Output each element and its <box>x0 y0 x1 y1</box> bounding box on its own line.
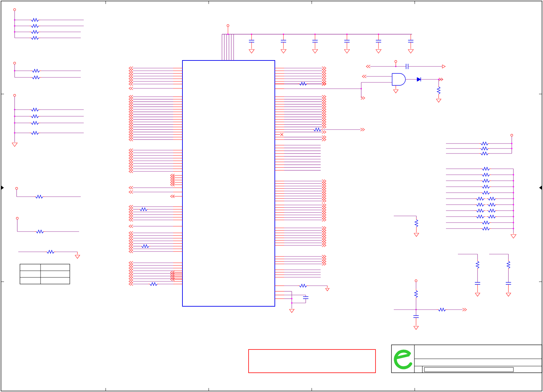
resistor <box>482 221 489 224</box>
chevron-connector <box>131 245 133 248</box>
resistor <box>36 230 44 233</box>
chevron-connector <box>131 234 133 237</box>
chevron-connector <box>131 242 133 245</box>
chevron-connector <box>131 208 133 211</box>
chevron-connector <box>131 77 133 80</box>
resistor <box>299 82 307 85</box>
resistor <box>415 290 418 298</box>
junction-dot <box>291 302 292 304</box>
chevron-connector <box>131 247 133 250</box>
company-logo-bar <box>397 355 408 358</box>
and-gate <box>392 73 405 85</box>
ground-symbol <box>281 49 286 53</box>
chevron-connector <box>131 264 133 267</box>
frame-arrow <box>1 186 4 190</box>
chevron-connector <box>131 250 133 253</box>
connector-pin <box>16 187 18 189</box>
resistor <box>482 173 489 176</box>
chevron-connector <box>131 272 133 275</box>
resistor <box>142 245 149 248</box>
table <box>20 264 70 284</box>
chevron-connector <box>364 75 366 78</box>
resistor <box>482 185 489 188</box>
ground-symbol <box>393 90 398 93</box>
resistor <box>437 87 440 94</box>
junction-dot <box>513 216 514 217</box>
resistor <box>32 76 40 79</box>
ground-symbol <box>414 233 419 237</box>
chevron-connector <box>361 128 363 131</box>
ground-symbol <box>511 235 516 238</box>
resistor <box>32 69 40 72</box>
resistor <box>477 215 484 218</box>
chevron-connector <box>131 267 133 270</box>
resistor <box>31 37 39 40</box>
junction-dot <box>511 143 512 144</box>
resistor <box>488 197 495 200</box>
chevron-connector <box>131 87 133 90</box>
resistor <box>482 227 489 230</box>
ground-symbol <box>289 309 294 313</box>
ground-symbol <box>312 49 318 53</box>
chevron-connector <box>322 75 324 78</box>
chevron-connector <box>322 262 324 265</box>
resistor <box>481 152 488 155</box>
chevron-connector <box>322 200 324 203</box>
resistor <box>481 142 488 145</box>
junction-dot <box>513 186 514 187</box>
ground-symbol <box>12 143 17 147</box>
connector-pin <box>14 62 16 64</box>
junction-dot <box>511 148 512 149</box>
chevron-connector <box>131 154 133 157</box>
chevron-connector <box>131 280 133 283</box>
chevron-connector <box>131 277 133 280</box>
ground-symbol <box>376 49 381 53</box>
chevron-connector <box>322 138 324 141</box>
connector-pin <box>227 25 229 27</box>
resistor <box>477 197 484 200</box>
chevron-connector <box>131 269 133 272</box>
resistor <box>482 167 489 170</box>
chevron-connector <box>322 219 324 222</box>
ic-symbol <box>182 60 275 306</box>
resistor <box>140 208 147 211</box>
resistor <box>31 132 39 135</box>
chevron-connector <box>131 261 133 264</box>
resistor <box>488 215 495 218</box>
resistor <box>31 122 39 125</box>
chevron-connector <box>131 240 133 243</box>
ground-symbol <box>475 293 480 296</box>
junction-dot <box>513 192 514 193</box>
resistor <box>47 250 54 253</box>
resistor <box>31 115 39 118</box>
chevron-connector <box>131 283 133 286</box>
chevron-connector <box>131 75 133 78</box>
resistor <box>477 203 484 206</box>
ground-symbol <box>436 99 441 102</box>
resistor <box>477 209 484 212</box>
chevron-connector <box>322 131 324 134</box>
resistor <box>482 191 489 194</box>
resistor <box>299 284 307 287</box>
chevron-connector <box>131 191 133 194</box>
ground-symbol <box>325 288 329 291</box>
chevron-connector <box>131 170 133 173</box>
chevron-connector <box>131 162 133 165</box>
chevron-connector <box>131 67 133 70</box>
chevron-connector <box>131 159 133 162</box>
connector-pin <box>395 60 397 62</box>
frame-arrow <box>539 186 542 190</box>
chevron-connector <box>322 77 324 80</box>
resistor <box>31 108 39 111</box>
chevron-connector <box>131 151 133 154</box>
resistor <box>488 209 495 212</box>
resistor <box>507 261 510 268</box>
chevron-connector <box>322 67 324 70</box>
chevron-connector <box>322 126 324 129</box>
chevron-connector <box>131 216 133 219</box>
junction-dot <box>291 298 292 299</box>
junction-dot <box>513 204 514 205</box>
arrow-connector <box>442 65 445 68</box>
resistor <box>488 203 495 206</box>
resistor <box>31 19 39 22</box>
